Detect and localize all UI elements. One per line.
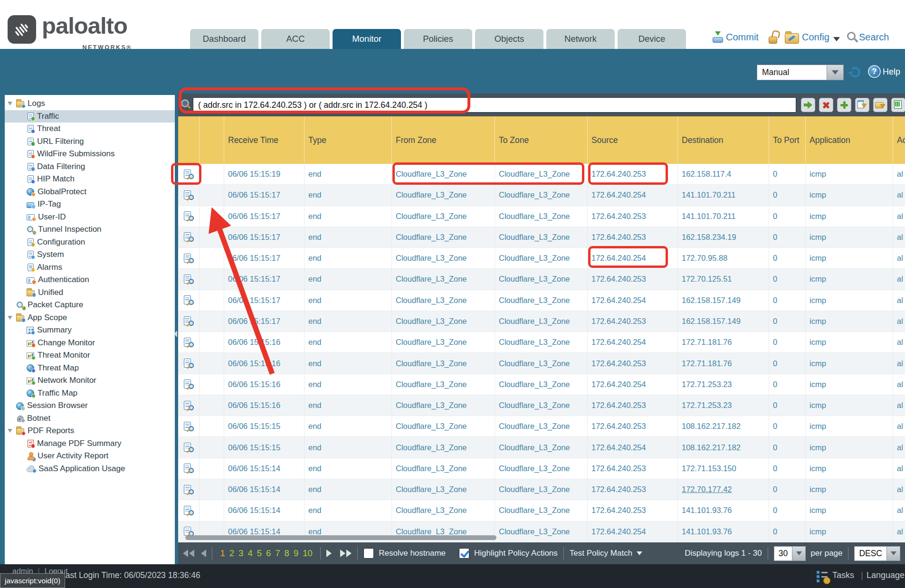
cell-destination[interactable]: 141.101.70.211 [678, 206, 769, 227]
cell-application[interactable]: icmp [806, 185, 893, 205]
column-header-to-port[interactable]: To Port [769, 116, 806, 164]
cell-from-zone[interactable]: Cloudflare_L3_Zone [392, 458, 495, 479]
log-detail-cell[interactable] [178, 374, 200, 395]
column-header-blank-1[interactable] [200, 116, 224, 164]
sidebar-item-ip-tag[interactable]: IP-Tag [5, 198, 175, 211]
log-detail-cell[interactable] [178, 332, 200, 352]
cell-source[interactable]: 172.64.240.254 [588, 374, 678, 395]
table-row[interactable]: 06/06 15:15:19endCloudflare_L3_ZoneCloud… [178, 164, 905, 185]
sidebar-item-saas-application-usage[interactable]: SaaS Application Usage [5, 463, 175, 475]
log-detail-icon[interactable] [184, 379, 194, 389]
cell-type[interactable]: end [305, 332, 392, 352]
cell-to-zone[interactable]: Cloudflare_L3_Zone [495, 164, 588, 184]
clear-filter-icon[interactable] [819, 98, 833, 112]
cell-to-port[interactable]: 0 [769, 290, 806, 311]
cell-from-zone[interactable]: Cloudflare_L3_Zone [392, 500, 495, 521]
cell-destination[interactable]: 108.162.217.182 [678, 437, 769, 457]
cell-source[interactable]: 172.64.240.253 [588, 206, 678, 227]
table-row[interactable]: 06/06 15:15:14endCloudflare_L3_ZoneCloud… [178, 479, 905, 500]
page-number-8[interactable]: 8 [285, 548, 289, 559]
cell-application[interactable]: icmp [806, 479, 893, 500]
cell-source[interactable]: 172.64.240.253 [588, 353, 678, 373]
cell-to-zone[interactable]: Cloudflare_L3_Zone [495, 332, 588, 352]
cell-from-zone[interactable]: Cloudflare_L3_Zone [392, 269, 495, 289]
cell-action[interactable]: al [893, 437, 905, 457]
cell-from-zone[interactable]: Cloudflare_L3_Zone [392, 437, 495, 457]
sidebar-item-system[interactable]: System [5, 248, 175, 261]
sidebar-item-authentication[interactable]: Authentication [5, 274, 175, 286]
cell-application[interactable]: icmp [806, 164, 893, 184]
sidebar-item-network-monitor[interactable]: Network Monitor [5, 374, 175, 387]
log-detail-cell[interactable] [178, 311, 200, 332]
help-icon[interactable]: ? [868, 65, 881, 78]
cell-to-port[interactable]: 0 [769, 269, 806, 289]
sidebar-item-url-filtering[interactable]: URL Filtering [5, 135, 175, 148]
cell-type[interactable]: end [305, 374, 392, 395]
apply-filter-icon[interactable] [801, 98, 815, 112]
table-row[interactable]: 06/06 15:15:15endCloudflare_L3_ZoneCloud… [178, 437, 905, 458]
log-detail-cell[interactable] [178, 395, 200, 416]
cell-action[interactable]: al [893, 500, 905, 521]
config-caret-icon[interactable] [833, 37, 840, 41]
cell-action[interactable]: al [893, 479, 905, 500]
cell-to-zone[interactable]: Cloudflare_L3_Zone [495, 374, 588, 395]
cell-to-zone[interactable]: Cloudflare_L3_Zone [495, 206, 588, 227]
load-filter-icon[interactable] [873, 98, 887, 112]
table-row[interactable]: 06/06 15:15:14endCloudflare_L3_ZoneCloud… [178, 500, 905, 521]
test-policy-caret-icon[interactable] [637, 551, 642, 555]
resolve-hostname-checkbox[interactable] [363, 548, 374, 559]
cell-application[interactable]: icmp [806, 437, 893, 457]
cell-type[interactable]: end [305, 311, 392, 332]
cell-receive-time[interactable]: 06/06 15:15:17 [224, 227, 305, 247]
cell-destination[interactable]: 172.71.253.23 [678, 374, 769, 395]
cell-to-zone[interactable]: Cloudflare_L3_Zone [495, 395, 588, 416]
add-filter-icon[interactable] [837, 98, 851, 112]
cell-destination[interactable]: 162.158.117.4 [678, 164, 769, 184]
table-row[interactable]: 06/06 15:15:14endCloudflare_L3_ZoneCloud… [178, 458, 905, 479]
cell-to-zone[interactable]: Cloudflare_L3_Zone [495, 416, 588, 436]
page-number-1[interactable]: 1 [220, 548, 225, 559]
cell-application[interactable]: icmp [806, 227, 893, 247]
table-row[interactable]: 06/06 15:15:17endCloudflare_L3_ZoneCloud… [178, 206, 905, 227]
cell-destination[interactable]: 172.70.95.88 [678, 248, 769, 268]
cell-source[interactable]: 172.64.240.253 [588, 458, 678, 479]
log-detail-cell[interactable] [178, 248, 200, 268]
cell-source[interactable]: 172.64.240.254 [588, 522, 678, 542]
cell-to-port[interactable]: 0 [769, 332, 806, 352]
cell-to-port[interactable]: 0 [769, 164, 806, 184]
cell-from-zone[interactable]: Cloudflare_L3_Zone [392, 185, 495, 205]
page-number-2[interactable]: 2 [229, 548, 234, 559]
log-detail-icon[interactable] [184, 401, 194, 410]
last-page-icon[interactable] [340, 550, 352, 557]
per-page-caret-icon[interactable] [792, 547, 805, 560]
highlight-policy-checkbox[interactable] [459, 548, 469, 559]
lock-icon[interactable] [769, 30, 779, 44]
page-number-3[interactable]: 3 [238, 548, 243, 559]
cell-application[interactable]: icmp [806, 458, 893, 479]
cell-type[interactable]: end [305, 479, 392, 500]
cell-application[interactable]: icmp [806, 416, 893, 436]
log-filter-input[interactable] [193, 97, 796, 113]
cell-receive-time[interactable]: 06/06 15:15:17 [224, 206, 305, 227]
cell-action[interactable]: al [893, 290, 905, 311]
sidebar-item-configuration[interactable]: Configuration [5, 236, 175, 249]
cell-source[interactable]: 172.64.240.253 [588, 500, 678, 521]
cell-from-zone[interactable]: Cloudflare_L3_Zone [392, 248, 495, 268]
cell-action[interactable]: al [893, 374, 905, 395]
cell-source[interactable]: 172.64.240.254 [588, 290, 678, 311]
sidebar-item-pdf-reports[interactable]: PDF Reports [5, 425, 175, 437]
table-row[interactable]: 06/06 15:15:16endCloudflare_L3_ZoneCloud… [178, 374, 905, 395]
cell-receive-time[interactable]: 06/06 15:15:16 [224, 395, 305, 416]
cell-from-zone[interactable]: Cloudflare_L3_Zone [392, 206, 495, 227]
sidebar-item-threat-monitor[interactable]: Threat Monitor [5, 349, 175, 362]
cell-to-port[interactable]: 0 [769, 522, 806, 542]
cell-to-zone[interactable]: Cloudflare_L3_Zone [495, 269, 588, 289]
tree-expander-icon[interactable] [8, 316, 16, 320]
next-page-icon[interactable] [326, 550, 332, 557]
sidebar-item-unified[interactable]: Unified [5, 286, 175, 299]
cell-source[interactable]: 172.64.240.253 [588, 227, 678, 247]
cell-destination[interactable]: 162.158.157.149 [678, 311, 769, 332]
commit-button[interactable]: Commit [726, 32, 759, 43]
cell-source[interactable]: 172.64.240.254 [588, 248, 678, 268]
prev-page-icon[interactable] [201, 550, 206, 557]
